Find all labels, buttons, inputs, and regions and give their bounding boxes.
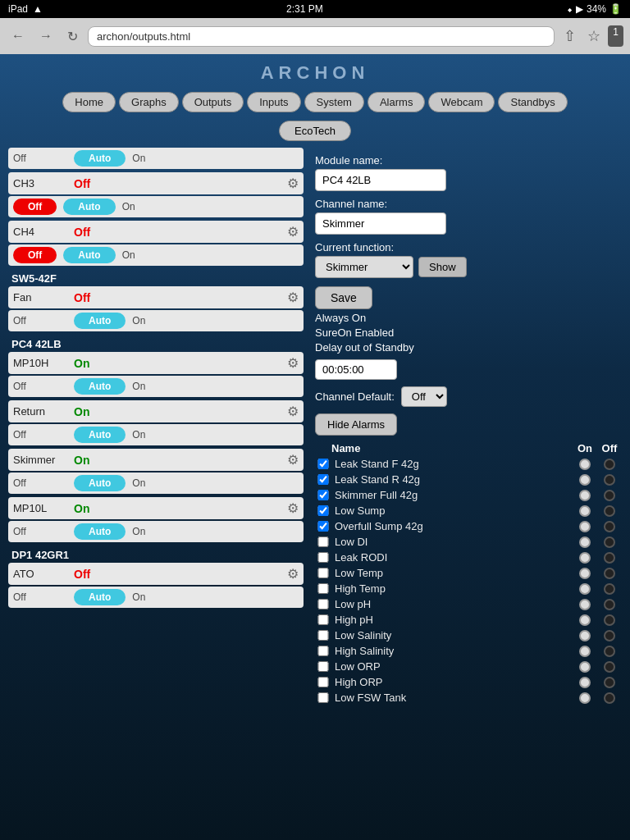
alarm-on-radio[interactable] xyxy=(573,474,597,486)
alarm-off-radio[interactable] xyxy=(597,521,622,532)
alarm-name-label: Low Temp xyxy=(335,567,573,579)
bookmark-button[interactable]: ☆ xyxy=(583,25,605,47)
return-name: Return xyxy=(13,405,71,418)
alarm-off-radio[interactable] xyxy=(597,474,622,486)
channel-name-input[interactable] xyxy=(315,212,446,235)
ato-gear-icon[interactable]: ⚙ xyxy=(287,566,299,582)
alarm-row: Leak Stand F 42g xyxy=(315,456,622,472)
ecotech-button[interactable]: EcoTech xyxy=(279,121,351,141)
alarm-on-radio[interactable] xyxy=(573,630,597,641)
fan-gear-icon[interactable]: ⚙ xyxy=(287,290,299,305)
nav-system[interactable]: System xyxy=(304,92,364,112)
alarm-checkbox[interactable] xyxy=(315,677,331,687)
module-name-input[interactable] xyxy=(315,169,446,191)
alarm-off-radio[interactable] xyxy=(597,599,622,610)
alarm-row: High ORP xyxy=(315,674,622,690)
alarm-on-radio[interactable] xyxy=(573,568,597,579)
alarm-checkbox[interactable] xyxy=(315,661,331,672)
forward-button[interactable]: → xyxy=(34,27,57,45)
alarm-checkbox[interactable] xyxy=(315,568,331,578)
alarm-checkbox[interactable] xyxy=(315,692,331,703)
alarm-checkbox[interactable] xyxy=(315,490,331,500)
nav-outputs[interactable]: Outputs xyxy=(182,92,244,112)
alarm-off-radio[interactable] xyxy=(597,677,622,688)
nav-standbys[interactable]: Standbys xyxy=(498,92,567,112)
ch4-auto-btn[interactable]: Auto xyxy=(63,247,115,263)
skimmer-auto-btn[interactable]: Auto xyxy=(74,475,126,491)
return-gear-icon[interactable]: ⚙ xyxy=(287,404,299,419)
ch3-off-btn[interactable]: Off xyxy=(13,199,57,215)
alarm-on-radio[interactable] xyxy=(573,490,597,501)
ch4-gear-icon[interactable]: ⚙ xyxy=(287,224,299,240)
skimmer-gear-icon[interactable]: ⚙ xyxy=(287,452,299,468)
nav-graphs[interactable]: Graphs xyxy=(119,92,179,112)
left-panel: Off Auto On CH3 Off ⚙ Off Auto On CH4 Of… xyxy=(8,148,304,705)
url-bar[interactable] xyxy=(88,26,555,47)
alarm-off-radio[interactable] xyxy=(597,505,622,517)
mp10h-auto-btn[interactable]: Auto xyxy=(74,378,126,395)
alarm-checkbox[interactable] xyxy=(315,552,331,563)
alarm-on-radio[interactable] xyxy=(573,521,597,532)
alarm-checkbox[interactable] xyxy=(315,536,331,547)
right-panel: Module name: Channel name: Current funct… xyxy=(304,148,622,705)
alarm-checkbox[interactable] xyxy=(315,459,331,469)
alarm-on-radio[interactable] xyxy=(573,459,597,470)
alarm-on-radio[interactable] xyxy=(573,583,597,595)
alarm-off-radio[interactable] xyxy=(597,536,622,548)
back-button[interactable]: ← xyxy=(7,27,30,45)
share-button[interactable]: ⇧ xyxy=(559,25,580,47)
toggle-auto-btn[interactable]: Auto xyxy=(74,150,126,167)
alarm-on-radio[interactable] xyxy=(573,536,597,548)
ch4-off-btn[interactable]: Off xyxy=(13,247,57,263)
save-button[interactable]: Save xyxy=(315,286,372,309)
nav-webcam[interactable]: Webcam xyxy=(428,92,495,112)
alarm-checkbox[interactable] xyxy=(315,583,331,594)
alarm-on-radio[interactable] xyxy=(573,614,597,626)
alarm-checkbox[interactable] xyxy=(315,646,331,656)
alarm-off-radio[interactable] xyxy=(597,552,622,564)
alarm-checkbox[interactable] xyxy=(315,521,331,532)
hide-alarms-button[interactable]: Hide Alarms xyxy=(315,413,397,436)
alarm-on-radio[interactable] xyxy=(573,505,597,517)
return-auto-btn[interactable]: Auto xyxy=(74,427,126,443)
mp10l-auto-btn[interactable]: Auto xyxy=(74,523,126,540)
alarm-on-radio[interactable] xyxy=(573,646,597,657)
alarm-off-radio[interactable] xyxy=(597,583,622,595)
mp10h-gear-icon[interactable]: ⚙ xyxy=(287,355,299,371)
alarm-off-radio[interactable] xyxy=(597,459,622,470)
delay-input[interactable] xyxy=(315,359,397,380)
alarm-off-radio[interactable] xyxy=(597,646,622,657)
alarm-row: High Salinity xyxy=(315,643,622,659)
mp10l-gear-icon[interactable]: ⚙ xyxy=(287,500,299,516)
alarm-off-radio[interactable] xyxy=(597,630,622,641)
alarm-off-radio[interactable] xyxy=(597,568,622,579)
tab-count[interactable]: 1 xyxy=(608,25,623,47)
ch3-gear-icon[interactable]: ⚙ xyxy=(287,176,299,191)
channel-default-select[interactable]: Off On xyxy=(401,386,447,407)
nav-home[interactable]: Home xyxy=(62,92,116,112)
alarm-off-radio[interactable] xyxy=(597,692,622,704)
reload-button[interactable]: ↻ xyxy=(62,27,83,46)
nav-inputs[interactable]: Inputs xyxy=(247,92,300,112)
alarm-on-radio[interactable] xyxy=(573,552,597,564)
show-button[interactable]: Show xyxy=(418,257,467,277)
alarm-on-radio[interactable] xyxy=(573,661,597,673)
alarm-checkbox[interactable] xyxy=(315,599,331,609)
ato-auto-btn[interactable]: Auto xyxy=(74,589,126,605)
alarm-off-radio[interactable] xyxy=(597,614,622,626)
alarm-checkbox[interactable] xyxy=(315,505,331,516)
nav-bar: Home Graphs Outputs Inputs System Alarms… xyxy=(0,87,630,117)
alarm-on-radio[interactable] xyxy=(573,692,597,704)
alarm-off-radio[interactable] xyxy=(597,661,622,673)
channel-row-fan: Fan Off ⚙ xyxy=(8,286,304,308)
ch3-auto-btn[interactable]: Auto xyxy=(63,199,115,215)
alarm-on-radio[interactable] xyxy=(573,677,597,688)
fan-auto-btn[interactable]: Auto xyxy=(74,313,126,329)
alarm-off-radio[interactable] xyxy=(597,490,622,501)
alarm-on-radio[interactable] xyxy=(573,599,597,610)
alarm-checkbox[interactable] xyxy=(315,474,331,485)
current-function-select[interactable]: Skimmer xyxy=(315,256,413,278)
alarm-checkbox[interactable] xyxy=(315,614,331,625)
nav-alarms[interactable]: Alarms xyxy=(368,92,425,112)
alarm-checkbox[interactable] xyxy=(315,630,331,641)
